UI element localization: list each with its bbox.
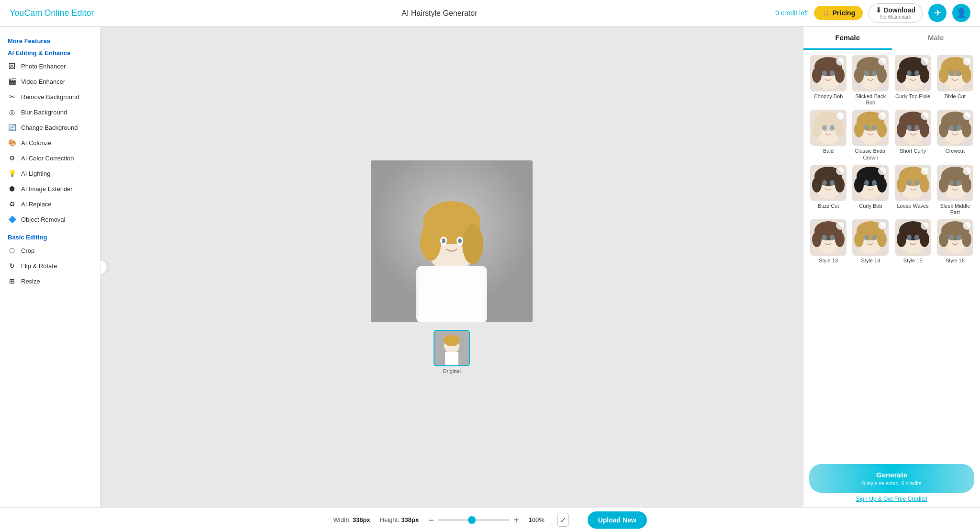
svg-point-106	[822, 235, 827, 240]
sidebar-item-resize[interactable]: ⊞Resize	[0, 273, 100, 289]
height-display: Height: 338px	[380, 516, 419, 523]
sidebar-collapse-button[interactable]: ‹	[100, 260, 107, 275]
pricing-button[interactable]: 👑 Pricing	[814, 6, 863, 20]
svg-point-64	[907, 125, 912, 131]
style-item-style-16[interactable]: Style 16	[936, 219, 974, 264]
style-select-circle	[963, 57, 971, 66]
signup-link[interactable]: Sign Up & Get Free Credits!	[809, 496, 974, 502]
logo: YouCam Online Editor	[10, 8, 94, 18]
style-label: Style 15	[903, 258, 923, 264]
style-item-bald[interactable]: Bald	[809, 110, 847, 160]
sidebar-more-features-title: More Features	[0, 34, 100, 46]
style-item-sleek-middle-part[interactable]: Sleek Middle Part	[936, 165, 974, 215]
zoom-out-button[interactable]: −	[428, 515, 434, 525]
svg-point-56	[877, 122, 887, 137]
sidebar-item-blur-background[interactable]: ◎Blur Background	[0, 104, 100, 120]
sidebar-item-ai-color-correction[interactable]: ⚙AI Color Correction	[0, 150, 100, 166]
thumbnail-strip: Original	[434, 330, 470, 374]
svg-point-27	[854, 68, 864, 83]
style-item-loose-waves[interactable]: Loose Waves	[894, 165, 932, 215]
main-image	[371, 160, 533, 322]
style-thumbnail	[810, 165, 846, 201]
style-item-choppy-bob[interactable]: Choppy Bob	[809, 55, 847, 106]
style-label: Style 14	[861, 258, 880, 264]
svg-point-20	[812, 68, 822, 83]
style-item-bixie-cut[interactable]: Bixie Cut	[936, 55, 974, 106]
sidebar-item-ai-image-extender[interactable]: ⬢AI Image Extender	[0, 181, 100, 196]
style-item-style-13[interactable]: Style 13	[809, 219, 847, 264]
svg-point-72	[957, 125, 961, 131]
style-item-style-14[interactable]: Style 14	[851, 219, 890, 264]
tab-male[interactable]: Male	[892, 27, 980, 50]
svg-point-65	[914, 125, 919, 131]
sidebar-item-object-removal[interactable]: 🔷Object Removal	[0, 212, 100, 227]
style-thumbnail	[810, 219, 846, 256]
style-item-classic-bridal-crown[interactable]: Classic Bridal Crown	[851, 110, 890, 160]
expand-icon: ⤢	[560, 516, 566, 524]
svg-point-126	[962, 232, 971, 247]
style-label: Classic Bridal Crown	[851, 148, 890, 160]
svg-point-51	[830, 125, 835, 131]
svg-point-10	[442, 238, 445, 243]
svg-point-22	[822, 70, 827, 76]
download-button[interactable]: ⬇ Download No Watermark	[869, 3, 923, 23]
main-image-svg	[371, 160, 533, 322]
zoom-in-button[interactable]: +	[513, 515, 519, 525]
svg-point-77	[835, 177, 845, 192]
share-button[interactable]: ✈	[928, 4, 947, 22]
svg-point-50	[822, 125, 827, 131]
generate-button[interactable]: Generate 0 style selected, 0 credits	[809, 464, 974, 493]
svg-point-114	[872, 235, 877, 240]
sidebar-item-remove-background[interactable]: ✂Remove Background	[0, 89, 100, 104]
style-item-buzz-cut[interactable]: Buzz Cut	[809, 165, 847, 215]
style-item-short-curly[interactable]: Short Curly	[894, 110, 932, 160]
svg-point-85	[864, 180, 869, 186]
svg-point-44	[957, 70, 961, 76]
sidebar-item-photo-enhancer[interactable]: 🖼Photo Enhancer	[0, 58, 100, 74]
sidebar-icon: ⬢	[8, 184, 16, 193]
style-thumbnail	[810, 110, 846, 146]
svg-point-30	[872, 70, 877, 76]
svg-point-104	[812, 232, 822, 247]
svg-point-100	[957, 180, 961, 186]
sidebar-item-ai-lighting[interactable]: 💡AI Lighting	[0, 166, 100, 181]
sidebar-item-flip-&-rotate[interactable]: ↻Flip & Rotate	[0, 258, 100, 273]
style-label: Style 16	[946, 258, 965, 264]
style-label: Curly Top Pixie	[895, 93, 930, 100]
sidebar-item-change-background[interactable]: 🔄Change Background	[0, 120, 100, 135]
style-select-circle	[836, 57, 845, 66]
svg-point-105	[835, 232, 845, 247]
svg-point-36	[907, 70, 912, 76]
sidebar-item-crop[interactable]: ⬡Crop	[0, 243, 100, 258]
right-panel: Female Male Choppy Bob	[803, 27, 980, 507]
style-label: Buzz Cut	[818, 203, 839, 209]
sidebar-icon: 🔄	[8, 123, 16, 132]
original-thumb-item[interactable]: Original	[434, 330, 470, 374]
style-item-style-15[interactable]: Style 15	[894, 219, 932, 264]
svg-point-37	[914, 70, 919, 76]
style-item-crewcut[interactable]: Crewcut	[936, 110, 974, 160]
original-thumb-label: Original	[443, 368, 461, 374]
sidebar-item-video-enhancer[interactable]: 🎬Video Enhancer	[0, 74, 100, 89]
download-icon: ⬇	[876, 6, 881, 14]
style-label: Bixie Cut	[945, 93, 966, 100]
style-thumbnail	[852, 55, 889, 91]
user-button[interactable]: 👤	[952, 4, 970, 22]
upload-new-button[interactable]: Upload New	[588, 511, 647, 529]
style-item-curly-bob[interactable]: Curly Bob	[851, 165, 890, 215]
style-item-slicked-back-bob[interactable]: Slicked-Back Bob	[851, 55, 890, 106]
zoom-slider[interactable]	[438, 519, 510, 521]
style-thumbnail	[852, 110, 889, 146]
sidebar-item-ai-replace[interactable]: ♻AI Replace	[0, 196, 100, 212]
style-item-curly-top-pixie[interactable]: Curly Top Pixie	[894, 55, 932, 106]
sidebar-basic-section-title: Basic Editing	[0, 231, 100, 243]
style-thumbnail	[895, 165, 931, 201]
style-thumbnail	[937, 55, 973, 91]
original-thumbnail[interactable]	[434, 330, 470, 366]
style-thumbnail	[937, 219, 973, 256]
style-label: Choppy Bob	[814, 93, 843, 100]
sidebar-item-ai-colorize[interactable]: 🎨AI Colorize	[0, 135, 100, 150]
svg-point-84	[877, 177, 887, 192]
tab-female[interactable]: Female	[803, 27, 892, 50]
expand-button[interactable]: ⤢	[557, 513, 568, 527]
